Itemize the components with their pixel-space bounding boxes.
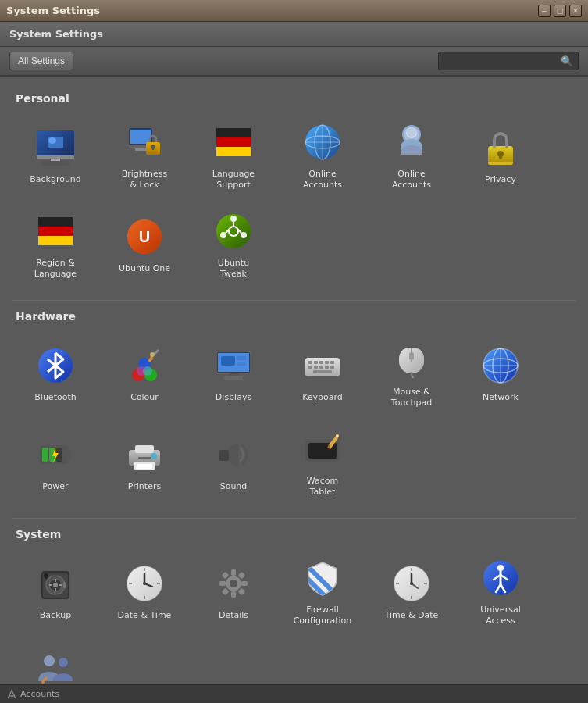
- title-bar-text: System Settings: [6, 5, 100, 16]
- svg-rect-18: [216, 137, 251, 147]
- svg-rect-109: [219, 450, 229, 461]
- online-accounts-1-item[interactable]: OnlineAccounts: [280, 112, 365, 198]
- user-accounts-item[interactable]: UserAccounts: [12, 637, 98, 684]
- date-time-item[interactable]: Date & Time: [102, 548, 187, 634]
- svg-point-117: [53, 583, 58, 587]
- background-icon: [34, 126, 77, 170]
- svg-point-133: [143, 582, 146, 585]
- printers-item[interactable]: Printers: [102, 419, 187, 505]
- sound-label: Sound: [220, 481, 248, 492]
- colour-item[interactable]: Colour: [102, 330, 187, 416]
- keyboard-icon: [301, 344, 344, 387]
- background-label: Background: [30, 174, 81, 185]
- user-accounts-icon: [34, 645, 77, 684]
- network-label: Network: [483, 392, 519, 403]
- backup-label: Backup: [40, 610, 71, 621]
- svg-rect-77: [308, 361, 312, 364]
- network-item[interactable]: Network: [458, 330, 543, 416]
- svg-rect-17: [216, 128, 251, 131]
- main-window: System Settings All Settings 🔍 Personal: [0, 22, 588, 703]
- svg-rect-99: [42, 448, 48, 462]
- privacy-item[interactable]: Privacy: [458, 112, 543, 198]
- time-date-icon: [390, 562, 433, 605]
- svg-rect-5: [51, 159, 60, 161]
- privacy-icon: [479, 126, 522, 170]
- online-accounts-2-item[interactable]: OnlineAccounts: [369, 112, 454, 198]
- date-time-icon: [123, 562, 166, 605]
- svg-point-31: [407, 127, 416, 137]
- maximize-button[interactable]: □: [554, 5, 566, 17]
- svg-rect-82: [308, 366, 312, 369]
- content-area: Personal: [0, 77, 588, 684]
- keyboard-item[interactable]: Keyboard: [280, 330, 365, 416]
- colour-label: Colour: [130, 392, 159, 403]
- bluetooth-item[interactable]: Bluetooth: [12, 330, 98, 416]
- mouse-touchpad-item[interactable]: Mouse &Touchpad: [369, 330, 454, 416]
- svg-rect-35: [499, 154, 502, 159]
- svg-rect-138: [219, 581, 226, 586]
- svg-rect-8: [130, 130, 151, 144]
- search-input[interactable]: [444, 55, 561, 66]
- all-settings-button[interactable]: All Settings: [9, 52, 73, 70]
- svg-point-156: [410, 582, 413, 585]
- svg-rect-87: [313, 370, 332, 373]
- background-item[interactable]: Background: [12, 112, 98, 198]
- power-item[interactable]: Power: [12, 419, 98, 505]
- svg-rect-74: [237, 362, 246, 366]
- brightness-lock-item[interactable]: Brightness& Lock: [102, 112, 187, 198]
- svg-rect-42: [38, 217, 73, 220]
- svg-rect-81: [330, 361, 334, 364]
- backup-item[interactable]: Backup: [12, 548, 98, 634]
- minimize-button[interactable]: −: [538, 5, 551, 17]
- time-date-item[interactable]: Time & Date: [369, 548, 454, 634]
- details-label: Details: [219, 610, 248, 621]
- displays-icon: [212, 344, 255, 387]
- svg-rect-70: [229, 373, 238, 376]
- printers-icon: [123, 433, 166, 476]
- svg-rect-14: [152, 147, 154, 150]
- details-item[interactable]: Details: [191, 548, 276, 634]
- online-accounts-2-label: OnlineAccounts: [392, 169, 431, 191]
- firewall-icon: [301, 556, 344, 600]
- firewall-item[interactable]: FirewallConfiguration: [280, 548, 365, 634]
- sound-item[interactable]: Sound: [191, 419, 276, 505]
- universal-access-label: UniversalAccess: [480, 605, 520, 627]
- svg-rect-4: [37, 155, 74, 159]
- status-bar: Accounts: [0, 684, 588, 703]
- universal-access-item[interactable]: UniversalAccess: [458, 548, 543, 634]
- ubuntu-one-item[interactable]: U Ubuntu One: [102, 202, 187, 287]
- svg-rect-98: [68, 450, 71, 459]
- hardware-icons-grid: Bluetooth: [12, 330, 576, 505]
- universal-access-icon: [479, 556, 522, 600]
- svg-rect-84: [319, 366, 323, 369]
- wacom-tablet-label: WacomTablet: [307, 476, 338, 498]
- system-section-header: System: [16, 528, 576, 541]
- ubuntu-tweak-item[interactable]: UbuntuTweak: [191, 202, 276, 287]
- svg-point-135: [230, 580, 237, 587]
- ubuntu-tweak-label: UbuntuTweak: [218, 258, 249, 280]
- svg-rect-136: [231, 569, 236, 576]
- ubuntu-one-label: Ubuntu One: [119, 263, 170, 274]
- backup-icon: [34, 562, 77, 605]
- region-language-item[interactable]: Region &Language: [12, 202, 98, 287]
- time-date-label: Time & Date: [385, 610, 439, 621]
- svg-rect-72: [221, 356, 235, 366]
- wacom-tablet-item[interactable]: WacomTablet: [280, 419, 365, 505]
- language-support-item[interactable]: LanguageSupport: [191, 112, 276, 198]
- svg-rect-41: [38, 242, 73, 245]
- online-accounts-person-icon: [390, 120, 433, 164]
- status-text: Accounts: [20, 689, 59, 699]
- displays-item[interactable]: Displays: [191, 330, 276, 416]
- date-time-label: Date & Time: [118, 610, 172, 621]
- ubuntu-tweak-icon: [212, 209, 255, 253]
- svg-point-112: [336, 434, 339, 437]
- svg-point-66: [150, 352, 155, 357]
- details-icon: [212, 562, 255, 605]
- title-bar-buttons: − □ ✕: [538, 5, 582, 17]
- header-bar: System Settings: [0, 22, 588, 47]
- svg-point-165: [44, 655, 55, 666]
- svg-rect-10: [135, 148, 146, 151]
- close-button[interactable]: ✕: [569, 5, 582, 17]
- power-label: Power: [42, 481, 68, 492]
- bluetooth-icon: [34, 344, 77, 387]
